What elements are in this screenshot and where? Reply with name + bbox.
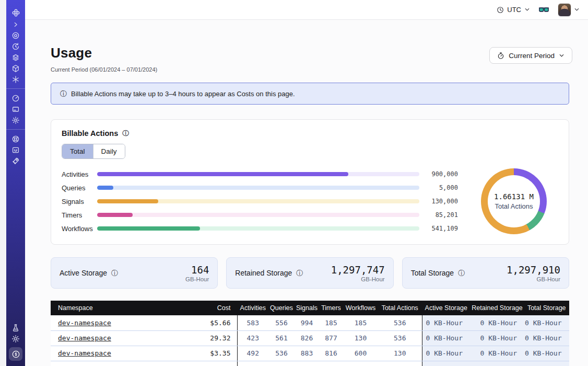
storage-label-text: Active Storage: [60, 269, 107, 277]
cell-active_storage: [422, 361, 470, 366]
temporal-logo-icon[interactable]: [6, 6, 25, 19]
bar-value: 5,000: [419, 184, 458, 191]
cube-icon[interactable]: [6, 63, 25, 74]
total-actions-label: Total Actions: [495, 202, 533, 210]
gear-icon[interactable]: [6, 115, 25, 125]
billable-actions-title: Billable Actions: [62, 129, 118, 138]
bar-track: [97, 213, 419, 217]
sidebar-divider: [6, 129, 25, 130]
info-icon: ⓘ: [60, 90, 67, 97]
cell-timers: [319, 361, 343, 366]
cell-retained_storage: 0 KB-Hour: [470, 346, 524, 361]
column-header-active_storage: Active Storage: [422, 301, 470, 315]
storage-card-value: 1,297,910: [507, 264, 560, 276]
info-icon[interactable]: ⓘ: [296, 270, 303, 277]
cell-cost: $3.35: [167, 346, 237, 361]
storage-card-unit: GB-Hour: [185, 276, 209, 282]
column-header-namespace: Namespace: [51, 301, 167, 315]
cell-retained_storage: 0 KB-Hour: [470, 315, 524, 330]
bar-track: [97, 186, 419, 190]
billing-card-icon[interactable]: [6, 104, 25, 115]
cell-total_actions: 536: [378, 315, 422, 330]
namespace-link[interactable]: dev-namespace: [58, 349, 111, 357]
cell-signals: [295, 361, 319, 366]
cell-timers: 185: [319, 315, 343, 330]
cell-cost: [167, 361, 237, 366]
column-header-retained_storage: Retained Storage: [470, 301, 524, 315]
info-icon[interactable]: ⓘ: [122, 130, 129, 137]
bar-track: [97, 226, 419, 231]
storage-card-value-block: 1,297,747GB-Hour: [331, 264, 385, 282]
gauge-icon[interactable]: [6, 93, 25, 104]
timezone-selector[interactable]: UTC: [497, 6, 530, 14]
bar-fill: [97, 226, 200, 231]
namespace-link[interactable]: dev-namespace: [58, 334, 111, 342]
storage-card-value-block: 164GB-Hour: [185, 264, 209, 282]
storage-card: Total Storageⓘ1,297,910GB-Hour: [402, 257, 569, 289]
cell-total_storage: 0 KB-Hour: [524, 315, 569, 330]
tab-total[interactable]: Total: [62, 144, 93, 158]
column-header-cost: Cost: [167, 301, 237, 315]
bar-value: 85,201: [419, 211, 458, 219]
billable-actions-card: Billable Actions ⓘ Total Daily Activitie…: [51, 119, 569, 245]
history-icon[interactable]: [6, 41, 25, 52]
bar-track: [97, 172, 419, 176]
cell-active_storage: 0 KB-Hour: [422, 315, 470, 330]
page-subtitle: Current Period (06/01/2024 – 07/01/2024): [51, 66, 157, 73]
layers-icon[interactable]: [6, 52, 25, 63]
cell-active_storage: 0 KB-Hour: [422, 346, 470, 361]
column-header-total_actions: Total Actions: [378, 301, 422, 315]
feedback-terminal-icon[interactable]: [6, 144, 25, 155]
info-banner: ⓘ Billable Actions may take up to 3–4 ho…: [51, 83, 569, 105]
info-icon[interactable]: ⓘ: [111, 270, 118, 277]
namespaces-icon[interactable]: [6, 30, 25, 41]
cell-timers: 877: [319, 330, 343, 346]
cell-workflows: 130: [343, 330, 378, 346]
chevron-right-icon[interactable]: [6, 19, 25, 30]
period-dropdown-label: Current Period: [509, 52, 555, 60]
bar-row: Activities900,000: [62, 169, 458, 179]
cell-total_actions: 536: [378, 330, 422, 346]
table-row: [51, 361, 569, 366]
storage-card-value: 164: [185, 264, 209, 276]
cell-namespace: [51, 361, 167, 366]
top-bar: UTC: [25, 0, 588, 20]
storage-card: Retained Storageⓘ1,297,747GB-Hour: [226, 257, 393, 289]
cell-activities: 492: [237, 346, 268, 361]
cell-total_actions: 130: [378, 346, 422, 361]
cell-activities: 583: [237, 315, 268, 330]
cell-activities: [237, 361, 268, 366]
user-menu[interactable]: [558, 3, 580, 17]
timezone-label: UTC: [507, 6, 521, 14]
table-row: dev-namespace$3.354925368838166001300 KB…: [51, 346, 569, 361]
sun-icon[interactable]: [6, 333, 25, 344]
bar-track: [97, 199, 419, 203]
tab-daily[interactable]: Daily: [93, 144, 125, 158]
namespace-link[interactable]: dev-namespace: [58, 319, 111, 327]
period-dropdown-button[interactable]: Current Period: [489, 47, 572, 64]
storage-card: Active Storageⓘ164GB-Hour: [51, 257, 218, 289]
storage-label-text: Total Storage: [411, 269, 454, 277]
donut-center: 1.66131 M Total Actions: [488, 175, 540, 227]
lifebuoy-icon[interactable]: [6, 133, 25, 144]
cell-namespace: dev-namespace: [51, 346, 167, 361]
chevron-down-icon: [559, 53, 565, 59]
cell-retained_storage: 0 KB-Hour: [470, 330, 524, 346]
chevron-down-icon: [524, 7, 530, 13]
rocket-icon[interactable]: [6, 155, 25, 166]
nexus-asterisk-icon[interactable]: [6, 74, 25, 85]
cell-queries: 556: [268, 315, 295, 330]
storage-card-label: Total Storageⓘ: [411, 269, 465, 277]
bar-row: Timers85,201: [62, 210, 458, 220]
cell-workflows: 185: [343, 315, 378, 330]
bar-label: Queries: [62, 184, 97, 192]
info-banner-text: Billable Actions may take up to 3–4 hour…: [71, 90, 295, 98]
lab-flask-icon[interactable]: [6, 322, 25, 333]
usage-dollar-icon[interactable]: [9, 347, 22, 361]
cell-retained_storage: [470, 361, 524, 366]
info-icon[interactable]: ⓘ: [458, 270, 465, 277]
bar-fill: [97, 213, 133, 217]
bar-fill: [97, 172, 348, 176]
glasses-icon[interactable]: [538, 6, 549, 14]
storage-card-unit: GB-Hour: [507, 276, 560, 282]
